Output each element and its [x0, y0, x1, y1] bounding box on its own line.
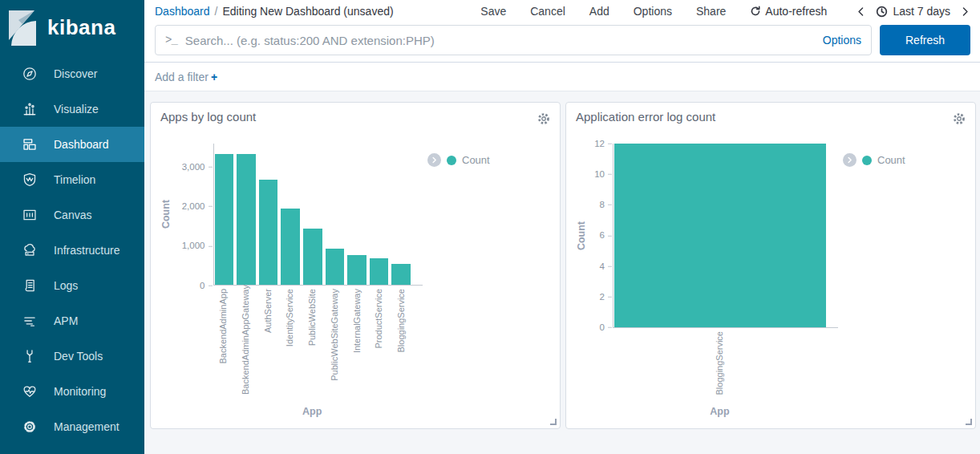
x-labels: BloggingService	[613, 331, 827, 395]
bar-ProductService[interactable]	[370, 258, 389, 285]
refresh-cycle-icon	[750, 6, 761, 17]
y-tick-label: 0	[200, 281, 205, 290]
x-tick-label: InternalGateway	[352, 289, 362, 353]
bar-IdentityService[interactable]	[281, 209, 300, 285]
auto-refresh-button[interactable]: Auto-refresh	[750, 5, 827, 18]
panel-resize-handle[interactable]	[550, 419, 557, 425]
y-tick-label: 1,000	[182, 241, 205, 251]
top-menu: SaveCancelAddOptionsShare Auto-refresh	[480, 5, 970, 18]
x-tick-label: IdentityService	[285, 289, 294, 347]
legend-item-count[interactable]: Count	[877, 154, 905, 166]
sidebar-item-label: Canvas	[54, 209, 91, 221]
breadcrumb-dashboard-link[interactable]: Dashboard	[155, 5, 210, 18]
sidebar-item-visualize[interactable]: Visualize	[0, 91, 144, 127]
bar-BloggingService[interactable]	[391, 264, 411, 285]
add-filter-label: Add a filter	[155, 71, 209, 83]
x-tick-cell: AuthServer	[258, 289, 277, 395]
y-tick-label: 12	[594, 139, 605, 148]
bar-BloggingService[interactable]	[614, 144, 826, 327]
x-tick-cell: BloggingService	[391, 289, 411, 395]
legend-item-count[interactable]: Count	[462, 154, 490, 166]
plot-area: Count 024681012 BloggingService App	[576, 144, 838, 420]
sidebar-item-timelion[interactable]: Timelion	[0, 162, 144, 197]
sidebar-item-apm[interactable]: APM	[0, 303, 144, 338]
bar-PublicWebSiteGateway[interactable]	[326, 249, 345, 285]
sidebar: kibana DiscoverVisualizeDashboardTimelio…	[0, 0, 144, 454]
sidebar-item-infrastructure[interactable]: Infrastructure	[0, 233, 144, 268]
sidebar-item-logs[interactable]: Logs	[0, 268, 144, 303]
clock-icon	[876, 6, 888, 18]
y-axis-ticks: 01,0002,0003,000	[173, 144, 213, 286]
y-tick-label: 3,000	[182, 163, 205, 172]
heartbeat-icon	[22, 384, 37, 399]
bars	[614, 144, 827, 327]
bar-chart-icon	[22, 102, 37, 116]
time-range-label: Last 7 days	[893, 5, 950, 18]
panel-gear-icon[interactable]	[537, 111, 551, 126]
console-prompt-icon: >_	[165, 34, 177, 47]
sidebar-item-label: Discover	[54, 67, 97, 80]
sidebar-item-label: Visualize	[54, 103, 99, 116]
refresh-button[interactable]: Refresh	[880, 25, 970, 55]
legend: Count	[838, 153, 969, 167]
x-tick-label: PublicWebSite	[307, 289, 317, 346]
y-tick-label: 6	[600, 231, 605, 241]
menu-item-share[interactable]: Share	[696, 5, 726, 18]
x-tick-label: BloggingService	[396, 289, 406, 353]
sidebar-item-monitoring[interactable]: Monitoring	[0, 374, 144, 409]
auto-refresh-label: Auto-refresh	[765, 5, 827, 18]
panel-header: Apps by log count	[151, 103, 560, 128]
legend-toggle-icon[interactable]	[843, 153, 856, 167]
menu-item-add[interactable]: Add	[589, 5, 609, 18]
x-tick-label: BloggingService	[715, 331, 724, 395]
time-back-button[interactable]	[856, 6, 866, 17]
menu-item-cancel[interactable]: Cancel	[530, 5, 565, 18]
bar-BackendAdminApp[interactable]	[215, 154, 234, 285]
search-box[interactable]: >_ Options	[155, 25, 872, 55]
bar-PublicWebSite[interactable]	[303, 229, 322, 285]
sidebar-item-canvas[interactable]: Canvas	[0, 197, 144, 233]
chevron-right-icon	[960, 6, 970, 17]
legend-toggle-icon[interactable]	[427, 153, 441, 167]
sidebar-item-dev-tools[interactable]: Dev Tools	[0, 338, 144, 374]
dashboard-grid: Apps by log count Count 01,0002,0003,000…	[144, 91, 980, 454]
gear-icon	[22, 420, 37, 434]
sidebar-item-discover[interactable]: Discover	[0, 56, 144, 91]
sidebar-item-label: Infrastructure	[54, 244, 119, 257]
panel-resize-handle[interactable]	[966, 419, 972, 425]
bar-BackendAdminAppGateway[interactable]	[237, 154, 256, 285]
legend-color-dot	[862, 156, 872, 165]
bar-AuthServer[interactable]	[259, 180, 278, 285]
legend-color-dot	[447, 156, 456, 165]
time-forward-button[interactable]	[960, 6, 970, 17]
x-tick-label: ProductService	[374, 289, 383, 349]
time-range-button[interactable]: Last 7 days	[876, 5, 950, 18]
menu-item-options[interactable]: Options	[634, 5, 672, 18]
x-tick-label: AuthServer	[263, 289, 273, 333]
menu-item-save[interactable]: Save	[480, 5, 506, 18]
search-input[interactable]	[185, 34, 815, 47]
x-tick-label: PublicWebSiteGateway	[330, 289, 339, 381]
plot	[613, 144, 838, 328]
toolbar-row: Dashboard / Editing New Dashboard (unsav…	[155, 0, 970, 22]
sidebar-item-dashboard[interactable]: Dashboard	[0, 127, 144, 162]
chevron-left-icon	[856, 6, 866, 17]
x-tick-cell: BloggingService	[614, 331, 826, 395]
menu-items: SaveCancelAddOptionsShare	[480, 5, 726, 18]
app-root: kibana DiscoverVisualizeDashboardTimelio…	[0, 0, 980, 454]
query-options-link[interactable]: Options	[823, 34, 861, 47]
sidebar-item-management[interactable]: Management	[0, 409, 144, 444]
panel-gear-icon[interactable]	[952, 111, 966, 126]
add-filter-button[interactable]: Add a filter+	[155, 71, 217, 83]
x-tick-cell: PublicWebSite	[302, 289, 322, 395]
kibana-logo[interactable]: kibana	[0, 0, 144, 56]
main-column: Dashboard / Editing New Dashboard (unsav…	[144, 0, 980, 454]
sidebar-item-label: APM	[54, 314, 78, 327]
timelion-shield-icon	[22, 172, 37, 187]
bar-InternalGateway[interactable]	[347, 255, 366, 285]
y-tick-label: 2,000	[182, 202, 205, 212]
y-axis-title: Count	[576, 221, 589, 250]
sidebar-item-label: Dev Tools	[54, 350, 103, 363]
query-bar: >_ Options Refresh	[155, 22, 970, 62]
y-tick-label: 10	[594, 170, 605, 180]
